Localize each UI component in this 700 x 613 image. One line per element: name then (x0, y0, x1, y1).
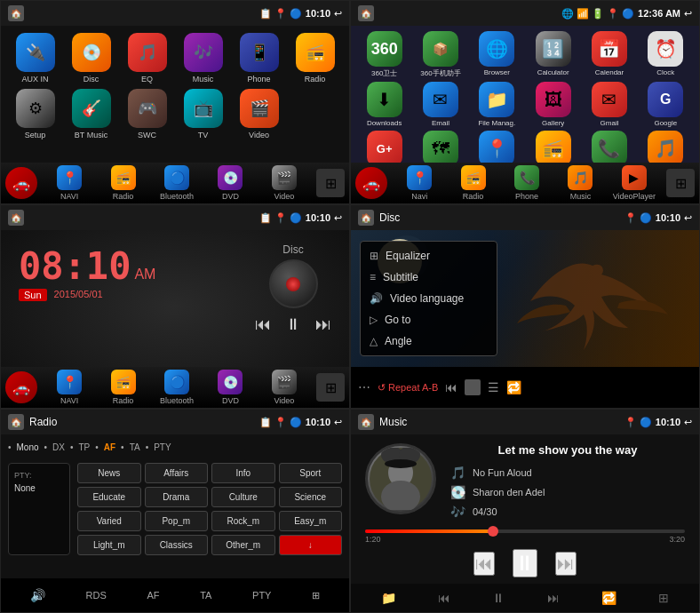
music-folder-btn[interactable]: 📁 (381, 591, 396, 605)
android-app-calculator[interactable]: 🔢 Calculator (527, 31, 579, 78)
android-app-calendar[interactable]: 📅 Calendar (583, 31, 635, 78)
radio-ta-btn[interactable]: TA (200, 590, 211, 601)
nav-dvd[interactable]: 💿 DVD (203, 165, 257, 201)
music-pause2-btn[interactable]: ⏸ (492, 591, 505, 605)
radio-rds-btn[interactable]: RDS (86, 590, 107, 601)
nav-navi-3[interactable]: 📍 NAVI (43, 370, 96, 405)
app-tv[interactable]: 📺 TV (178, 89, 228, 139)
pty-sport[interactable]: Sport (279, 463, 343, 483)
back-icon-4[interactable]: ↩ (684, 212, 692, 224)
nav-video[interactable]: 🎬 Video (258, 165, 311, 201)
next-button[interactable]: ⏭ (315, 315, 331, 334)
pty-info[interactable]: Info (211, 463, 275, 483)
back-icon-5[interactable]: ↩ (334, 417, 342, 428)
nav-video-3[interactable]: 🎬 Video (258, 370, 311, 405)
home-icon-3[interactable]: 🏠 (8, 210, 24, 226)
pty-affairs[interactable]: Affairs (145, 463, 209, 483)
music-play-btn[interactable]: ⏸ (513, 549, 537, 577)
back-icon-3[interactable]: ↩ (334, 212, 342, 224)
home-icon-6[interactable]: 🏠 (358, 414, 374, 430)
prev-button[interactable]: ⏮ (255, 315, 271, 334)
app-aux-in[interactable]: 🔌 AUX IN (10, 33, 60, 84)
android-app-email[interactable]: ✉ Email (414, 82, 466, 127)
radio-grid-btn[interactable]: ⊞ (312, 590, 320, 601)
nav-radio-3[interactable]: 📻 Radio (96, 370, 149, 405)
nav-dvd-3[interactable]: 💿 DVD (203, 370, 257, 405)
music-eq-btn[interactable]: ⊞ (658, 591, 669, 605)
home-icon-1[interactable]: 🏠 (8, 5, 24, 21)
nav-navi[interactable]: 📍 NAVI (43, 165, 96, 201)
nav-videoplayer-2[interactable]: ▶ VideoPlayer (608, 165, 661, 201)
pty-educate[interactable]: Educate (77, 487, 141, 507)
disc-stop-button[interactable] (465, 379, 481, 395)
menu-subtitle[interactable]: ≡ Subtitle (361, 267, 497, 288)
music-skip-back-btn[interactable]: ⏮ (438, 591, 450, 605)
car-button[interactable]: 🚗 (5, 167, 37, 199)
radio-pty-btn[interactable]: PTY (252, 590, 271, 601)
music-repeat-btn[interactable]: 🔁 (601, 591, 616, 605)
pause-button[interactable]: ⏸ (285, 315, 301, 334)
pty-varied[interactable]: Varied (77, 511, 141, 531)
menu-equalizer[interactable]: ⊞ Equalizer (361, 245, 497, 267)
radio-af-btn[interactable]: AF (147, 590, 159, 601)
car-button-3[interactable]: 🚗 (5, 371, 37, 403)
home-icon-2[interactable]: 🏠 (358, 5, 374, 21)
app-eq[interactable]: 🎵 EQ (122, 33, 172, 84)
home-icon-5[interactable]: 🏠 (8, 414, 24, 430)
music-skip-fwd-btn[interactable]: ⏭ (547, 591, 560, 605)
nav-music-2[interactable]: 🎵 Music (553, 165, 607, 201)
app-swc[interactable]: 🎮 SWC (122, 89, 172, 139)
pty-news[interactable]: News (77, 463, 141, 483)
pty-scroll-down[interactable]: ↓ (279, 535, 343, 555)
android-app-360weidun[interactable]: 360 360卫士 (358, 31, 410, 78)
menu-video-language[interactable]: 🔊 Video language (361, 288, 497, 309)
pty-science[interactable]: Science (279, 487, 343, 507)
nav-radio-2[interactable]: 📻 Radio (446, 165, 499, 201)
pty-rock-m[interactable]: Rock_m (211, 511, 275, 531)
pty-pop-m[interactable]: Pop_m (145, 511, 209, 531)
nav-grid-button-2[interactable]: ⊞ (666, 169, 695, 197)
android-app-gallery[interactable]: 🖼 Gallery (527, 82, 579, 127)
nav-bluetooth-3[interactable]: 🔵 Bluetooth (150, 370, 203, 405)
android-app-gmail[interactable]: ✉ Gmail (583, 82, 635, 127)
car-button-2[interactable]: 🚗 (355, 167, 387, 199)
pty-light-m[interactable]: Light_m (77, 535, 141, 555)
back-icon-6[interactable]: ↩ (684, 417, 692, 428)
pty-easy-m[interactable]: Easy_m (279, 511, 343, 531)
app-music[interactable]: 🎶 Music (178, 33, 228, 84)
app-video[interactable]: 🎬 Video (234, 89, 284, 139)
app-radio[interactable]: 📻 Radio (290, 33, 340, 84)
disc-menu-btn[interactable]: ⋯ (358, 380, 370, 394)
nav-phone-2[interactable]: 📞 Phone (500, 165, 553, 201)
back-icon-2[interactable]: ↩ (684, 8, 692, 20)
android-app-browser[interactable]: 🌐 Browser (471, 31, 523, 78)
nav-grid-button[interactable]: ⊞ (316, 169, 345, 197)
disc-loop-btn[interactable]: 🔁 (506, 380, 521, 394)
music-prev-btn[interactable]: ⏮ (473, 552, 495, 576)
nav-navi-2[interactable]: 📍 Navi (393, 165, 446, 201)
back-icon-1[interactable]: ↩ (334, 8, 342, 20)
android-app-clock[interactable]: ⏰ Clock (640, 31, 692, 78)
app-disc[interactable]: 💿 Disc (66, 33, 116, 84)
nav-bluetooth[interactable]: 🔵 Bluetooth (150, 165, 203, 201)
music-next-btn[interactable]: ⏭ (555, 552, 577, 576)
pty-culture[interactable]: Culture (211, 487, 275, 507)
disc-skip-back[interactable]: ⏮ (445, 380, 457, 394)
nav-grid-button-3[interactable]: ⊞ (316, 373, 345, 402)
app-bt-music[interactable]: 🎸 BT Music (66, 89, 116, 139)
progress-bar[interactable] (365, 529, 685, 533)
disc-list-btn[interactable]: ☰ (488, 380, 499, 394)
radio-vol-btn[interactable]: 🔊 (30, 588, 45, 602)
app-phone[interactable]: 📱 Phone (234, 33, 284, 84)
menu-go-to[interactable]: ▷ Go to (361, 309, 497, 330)
nav-radio[interactable]: 📻 Radio (96, 165, 149, 201)
menu-angle[interactable]: △ Angle (361, 330, 497, 352)
android-app-filemanager[interactable]: 📁 File Manag. (471, 82, 523, 127)
android-app-google[interactable]: G Google (640, 82, 692, 127)
android-app-360helper[interactable]: 📦 360手机助手 (414, 31, 466, 78)
android-app-downloads[interactable]: ⬇ Downloads (358, 82, 410, 127)
home-icon-4[interactable]: 🏠 (358, 210, 374, 226)
pty-drama[interactable]: Drama (145, 487, 209, 507)
pty-other-m[interactable]: Other_m (211, 535, 275, 555)
app-setup[interactable]: ⚙ Setup (10, 89, 60, 139)
